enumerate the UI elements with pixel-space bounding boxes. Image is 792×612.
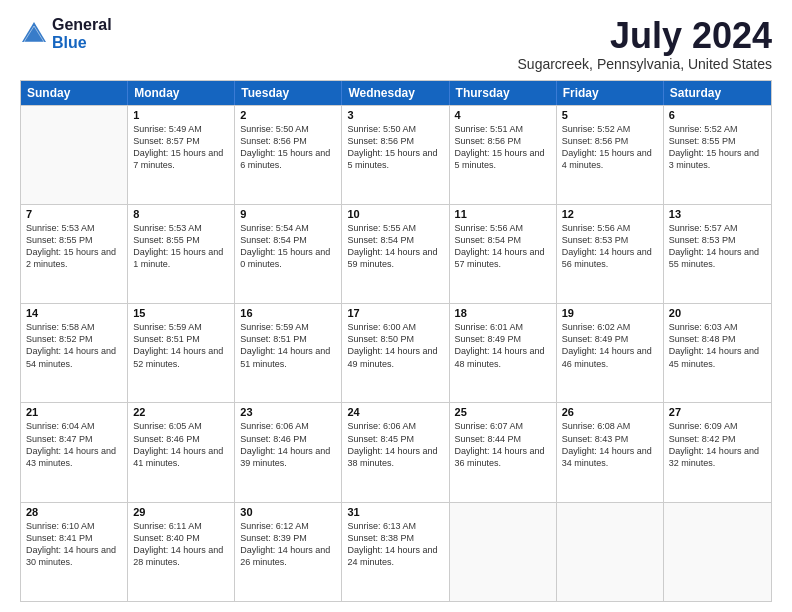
cell-info: Sunrise: 6:12 AMSunset: 8:39 PMDaylight:…: [240, 520, 336, 569]
calendar-cell-4-0: 28Sunrise: 6:10 AMSunset: 8:41 PMDayligh…: [21, 503, 128, 601]
calendar-cell-2-4: 18Sunrise: 6:01 AMSunset: 8:49 PMDayligh…: [450, 304, 557, 402]
title-section: July 2024 Sugarcreek, Pennsylvania, Unit…: [518, 16, 772, 72]
cell-date: 6: [669, 109, 766, 121]
calendar-cell-0-1: 1Sunrise: 5:49 AMSunset: 8:57 PMDaylight…: [128, 106, 235, 204]
logo-icon: [20, 20, 48, 48]
cell-date: 26: [562, 406, 658, 418]
calendar-cell-3-2: 23Sunrise: 6:06 AMSunset: 8:46 PMDayligh…: [235, 403, 342, 501]
calendar-cell-0-2: 2Sunrise: 5:50 AMSunset: 8:56 PMDaylight…: [235, 106, 342, 204]
cell-date: 8: [133, 208, 229, 220]
calendar-cell-2-2: 16Sunrise: 5:59 AMSunset: 8:51 PMDayligh…: [235, 304, 342, 402]
cell-date: 25: [455, 406, 551, 418]
cell-info: Sunrise: 6:08 AMSunset: 8:43 PMDaylight:…: [562, 420, 658, 469]
cell-info: Sunrise: 6:02 AMSunset: 8:49 PMDaylight:…: [562, 321, 658, 370]
cell-date: 10: [347, 208, 443, 220]
cell-info: Sunrise: 6:09 AMSunset: 8:42 PMDaylight:…: [669, 420, 766, 469]
cell-info: Sunrise: 6:11 AMSunset: 8:40 PMDaylight:…: [133, 520, 229, 569]
cell-info: Sunrise: 6:03 AMSunset: 8:48 PMDaylight:…: [669, 321, 766, 370]
logo-general: General: [52, 16, 112, 34]
cell-info: Sunrise: 6:06 AMSunset: 8:45 PMDaylight:…: [347, 420, 443, 469]
cell-date: 30: [240, 506, 336, 518]
cell-info: Sunrise: 5:53 AMSunset: 8:55 PMDaylight:…: [26, 222, 122, 271]
cell-info: Sunrise: 5:52 AMSunset: 8:55 PMDaylight:…: [669, 123, 766, 172]
calendar-cell-0-3: 3Sunrise: 5:50 AMSunset: 8:56 PMDaylight…: [342, 106, 449, 204]
calendar-cell-4-2: 30Sunrise: 6:12 AMSunset: 8:39 PMDayligh…: [235, 503, 342, 601]
cell-date: 11: [455, 208, 551, 220]
cell-info: Sunrise: 5:59 AMSunset: 8:51 PMDaylight:…: [240, 321, 336, 370]
cell-date: 21: [26, 406, 122, 418]
cell-info: Sunrise: 5:55 AMSunset: 8:54 PMDaylight:…: [347, 222, 443, 271]
calendar-cell-2-6: 20Sunrise: 6:03 AMSunset: 8:48 PMDayligh…: [664, 304, 771, 402]
cell-date: 23: [240, 406, 336, 418]
cell-date: 13: [669, 208, 766, 220]
calendar-cell-4-6: [664, 503, 771, 601]
cell-info: Sunrise: 5:58 AMSunset: 8:52 PMDaylight:…: [26, 321, 122, 370]
cell-date: 1: [133, 109, 229, 121]
header-day-tuesday: Tuesday: [235, 81, 342, 105]
cell-info: Sunrise: 6:10 AMSunset: 8:41 PMDaylight:…: [26, 520, 122, 569]
logo: General Blue: [20, 16, 112, 51]
calendar-cell-3-0: 21Sunrise: 6:04 AMSunset: 8:47 PMDayligh…: [21, 403, 128, 501]
cell-date: 20: [669, 307, 766, 319]
cell-info: Sunrise: 6:05 AMSunset: 8:46 PMDaylight:…: [133, 420, 229, 469]
calendar-cell-1-2: 9Sunrise: 5:54 AMSunset: 8:54 PMDaylight…: [235, 205, 342, 303]
calendar-row-4: 28Sunrise: 6:10 AMSunset: 8:41 PMDayligh…: [21, 502, 771, 601]
calendar-header: SundayMondayTuesdayWednesdayThursdayFrid…: [21, 81, 771, 105]
cell-date: 7: [26, 208, 122, 220]
calendar-cell-2-5: 19Sunrise: 6:02 AMSunset: 8:49 PMDayligh…: [557, 304, 664, 402]
calendar-cell-2-1: 15Sunrise: 5:59 AMSunset: 8:51 PMDayligh…: [128, 304, 235, 402]
header: General Blue July 2024 Sugarcreek, Penns…: [20, 16, 772, 72]
cell-date: 3: [347, 109, 443, 121]
calendar-cell-0-0: [21, 106, 128, 204]
cell-info: Sunrise: 5:50 AMSunset: 8:56 PMDaylight:…: [347, 123, 443, 172]
month-title: July 2024: [518, 16, 772, 56]
calendar-cell-0-5: 5Sunrise: 5:52 AMSunset: 8:56 PMDaylight…: [557, 106, 664, 204]
page: General Blue July 2024 Sugarcreek, Penns…: [0, 0, 792, 612]
calendar-cell-2-0: 14Sunrise: 5:58 AMSunset: 8:52 PMDayligh…: [21, 304, 128, 402]
calendar-cell-1-5: 12Sunrise: 5:56 AMSunset: 8:53 PMDayligh…: [557, 205, 664, 303]
cell-date: 24: [347, 406, 443, 418]
cell-date: 9: [240, 208, 336, 220]
calendar-cell-4-4: [450, 503, 557, 601]
calendar-cell-3-5: 26Sunrise: 6:08 AMSunset: 8:43 PMDayligh…: [557, 403, 664, 501]
cell-date: 28: [26, 506, 122, 518]
cell-date: 4: [455, 109, 551, 121]
header-day-friday: Friday: [557, 81, 664, 105]
cell-date: 12: [562, 208, 658, 220]
cell-info: Sunrise: 5:57 AMSunset: 8:53 PMDaylight:…: [669, 222, 766, 271]
cell-info: Sunrise: 5:54 AMSunset: 8:54 PMDaylight:…: [240, 222, 336, 271]
cell-date: 5: [562, 109, 658, 121]
cell-date: 15: [133, 307, 229, 319]
calendar-cell-1-4: 11Sunrise: 5:56 AMSunset: 8:54 PMDayligh…: [450, 205, 557, 303]
cell-date: 27: [669, 406, 766, 418]
header-day-wednesday: Wednesday: [342, 81, 449, 105]
cell-info: Sunrise: 6:01 AMSunset: 8:49 PMDaylight:…: [455, 321, 551, 370]
cell-date: 19: [562, 307, 658, 319]
calendar-cell-2-3: 17Sunrise: 6:00 AMSunset: 8:50 PMDayligh…: [342, 304, 449, 402]
cell-info: Sunrise: 6:13 AMSunset: 8:38 PMDaylight:…: [347, 520, 443, 569]
calendar-cell-3-3: 24Sunrise: 6:06 AMSunset: 8:45 PMDayligh…: [342, 403, 449, 501]
cell-date: 14: [26, 307, 122, 319]
calendar-cell-0-6: 6Sunrise: 5:52 AMSunset: 8:55 PMDaylight…: [664, 106, 771, 204]
calendar-cell-1-1: 8Sunrise: 5:53 AMSunset: 8:55 PMDaylight…: [128, 205, 235, 303]
cell-info: Sunrise: 5:56 AMSunset: 8:53 PMDaylight:…: [562, 222, 658, 271]
calendar-cell-1-6: 13Sunrise: 5:57 AMSunset: 8:53 PMDayligh…: [664, 205, 771, 303]
cell-info: Sunrise: 5:51 AMSunset: 8:56 PMDaylight:…: [455, 123, 551, 172]
calendar-row-1: 7Sunrise: 5:53 AMSunset: 8:55 PMDaylight…: [21, 204, 771, 303]
cell-info: Sunrise: 6:04 AMSunset: 8:47 PMDaylight:…: [26, 420, 122, 469]
cell-info: Sunrise: 5:53 AMSunset: 8:55 PMDaylight:…: [133, 222, 229, 271]
calendar-body: 1Sunrise: 5:49 AMSunset: 8:57 PMDaylight…: [21, 105, 771, 601]
calendar-row-3: 21Sunrise: 6:04 AMSunset: 8:47 PMDayligh…: [21, 402, 771, 501]
calendar-cell-1-0: 7Sunrise: 5:53 AMSunset: 8:55 PMDaylight…: [21, 205, 128, 303]
cell-info: Sunrise: 6:06 AMSunset: 8:46 PMDaylight:…: [240, 420, 336, 469]
cell-date: 18: [455, 307, 551, 319]
calendar-cell-4-3: 31Sunrise: 6:13 AMSunset: 8:38 PMDayligh…: [342, 503, 449, 601]
cell-info: Sunrise: 5:49 AMSunset: 8:57 PMDaylight:…: [133, 123, 229, 172]
cell-date: 17: [347, 307, 443, 319]
calendar-row-2: 14Sunrise: 5:58 AMSunset: 8:52 PMDayligh…: [21, 303, 771, 402]
logo-text: General Blue: [52, 16, 112, 51]
cell-info: Sunrise: 5:52 AMSunset: 8:56 PMDaylight:…: [562, 123, 658, 172]
cell-info: Sunrise: 5:56 AMSunset: 8:54 PMDaylight:…: [455, 222, 551, 271]
calendar-cell-1-3: 10Sunrise: 5:55 AMSunset: 8:54 PMDayligh…: [342, 205, 449, 303]
cell-date: 29: [133, 506, 229, 518]
